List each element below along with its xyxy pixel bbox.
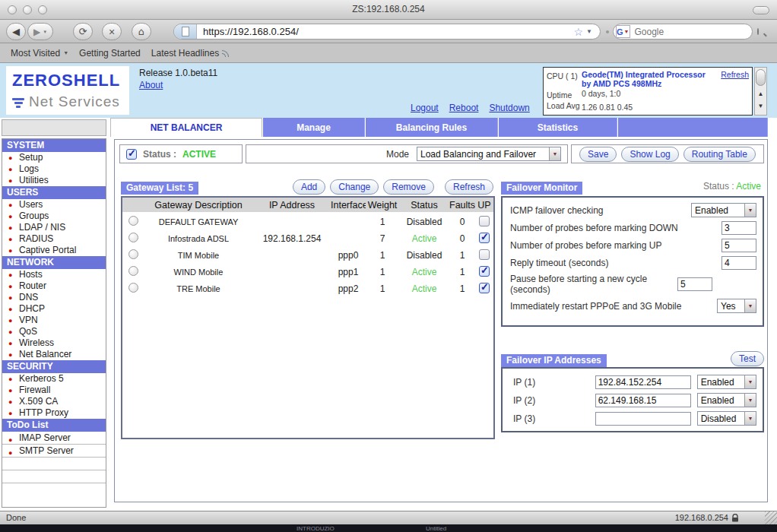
gateway-description: DEFAULT GATEWAY [144,217,253,226]
home-button[interactable]: ⌂ [132,23,151,40]
routing-table-button[interactable]: Routing Table [683,147,756,162]
save-button[interactable]: Save [579,147,617,162]
sidebar-item-qos[interactable]: QoS [2,326,106,337]
scroll-up-icon[interactable]: ▲ [755,90,766,97]
sidebar-item-router[interactable]: Router [2,280,106,292]
gateway-radio[interactable] [128,283,138,293]
gateway-radio[interactable] [128,266,138,276]
url-dropdown-icon[interactable]: ▼ [586,28,592,35]
resize-grip[interactable] [765,511,777,525]
reload-button[interactable]: ⟳ [73,23,93,40]
bookmark-label: Getting Started [79,48,141,59]
scrollbar-thumb[interactable] [756,69,766,86]
restart-pppoe-select[interactable]: Yes▼ [717,299,756,313]
ip2-state-select[interactable]: Enabled▼ [697,393,756,407]
fm-status-value: Active [736,181,761,192]
search-engine-icon[interactable]: G▼ [616,25,630,38]
probes-down-input[interactable] [722,221,756,235]
sidebar-item-wireless[interactable]: Wireless [2,337,106,349]
sidebar-item-kerberos5[interactable]: Kerberos 5 [2,373,106,385]
bookmark-most-visited[interactable]: Most Visited▼ [11,48,68,59]
tab-net-balancer[interactable]: NET BALANCER [110,118,262,137]
shutdown-link[interactable]: Shutdown [489,103,529,113]
back-button[interactable]: ◀ [6,23,26,40]
remove-button[interactable]: Remove [383,179,434,195]
sidebar-item-users[interactable]: Users [2,199,106,211]
bookmark-latest-headlines[interactable]: Latest Headlines [151,48,230,59]
gateway-ip: 192.168.1.254 [253,233,331,244]
sidebar-item-http-proxy[interactable]: HTTP Proxy [2,407,106,419]
forward-button[interactable]: ▶▼ [27,23,53,40]
reboot-link[interactable]: Reboot [449,103,479,113]
sidebar-item-net-balancer[interactable]: Net Balancer [2,349,106,360]
stop-button[interactable]: × [102,23,122,40]
gateway-up-checkbox[interactable] [479,283,490,293]
refresh-button[interactable]: Refresh [445,179,493,195]
gateway-radio[interactable] [128,249,138,259]
ip2-label: IP (2) [513,395,595,406]
sidebar-item-firewall[interactable]: Firewall [2,385,106,396]
sidebar-item-dns[interactable]: DNS [2,292,106,303]
col-weight: Weight [366,200,399,211]
tab-manage[interactable]: Manage [263,118,365,137]
gateway-radio[interactable] [128,233,138,242]
show-log-button[interactable]: Show Log [621,147,678,162]
sidebar-item-utilities[interactable]: Utilities [2,175,106,186]
balancer-enabled-checkbox[interactable] [126,149,137,160]
gateway-radio[interactable] [128,216,138,226]
icmp-checking-select[interactable]: Enabled▼ [691,203,756,217]
sidebar-item-smtp-server[interactable]: SMTP Server [2,445,106,458]
reply-timeout-input[interactable] [722,256,756,270]
search-icon[interactable] [757,28,759,35]
search-input[interactable] [630,27,757,37]
sidebar-item-ldap-nis[interactable]: LDAP / NIS [2,222,106,233]
zeroshell-banner: ZEROSHELL Net Services Release 1.0.beta1… [0,63,777,118]
sidebar-empty-row [2,470,106,483]
mode-select[interactable]: Load Balancing and Failover ▼ [417,147,561,161]
gateway-up-checkbox[interactable] [479,249,490,260]
logout-link[interactable]: Logout [411,103,439,113]
ip2-input[interactable] [595,394,691,407]
sidebar-item-logs[interactable]: Logs [2,163,106,175]
gateway-list-title: Gateway List: 5 [121,182,198,195]
gateway-up-checkbox[interactable] [479,233,490,243]
gateway-description: Infostrada ADSL [144,234,253,243]
sidebar-item-setup[interactable]: Setup [2,152,106,163]
about-link[interactable]: About [139,80,163,90]
tab-statistics[interactable]: Statistics [499,118,617,137]
test-button[interactable]: Test [731,351,764,366]
bookmark-getting-started[interactable]: Getting Started [79,48,141,59]
probes-up-input[interactable] [722,239,756,252]
table-row: DEFAULT GATEWAY 1 Disabled 0 [122,214,493,230]
sidebar-item-groups[interactable]: Groups [2,211,106,222]
scroll-down-icon[interactable]: ▼ [755,103,766,109]
tab-balancing-rules[interactable]: Balancing Rules [366,118,498,137]
failover-ips-header: Failover IP Addresses Test [501,353,764,368]
sidebar-item-imap-server[interactable]: IMAP Server [2,432,106,445]
sidebar-item-hosts[interactable]: Hosts [2,269,106,280]
pause-cycle-input[interactable] [677,277,712,291]
chevron-down-icon: ▼ [744,394,756,407]
gateway-up-checkbox[interactable] [479,266,490,277]
restart-pppoe-label: Immediately restart PPPoE and 3G Mobile [510,301,717,312]
sidebar-section-system: SYSTEM [2,139,106,152]
ip3-state-select[interactable]: Disabled▼ [697,411,756,426]
release-version: Release 1.0.beta11 [139,68,217,78]
ip1-state-select[interactable]: Enabled▼ [697,375,756,389]
add-button[interactable]: Add [293,179,325,195]
bookmark-star-icon[interactable]: ☆ [574,26,584,38]
sidebar-item-captive-portal[interactable]: Captive Portal [2,245,106,256]
gateway-up-checkbox[interactable] [479,216,490,226]
change-button[interactable]: Change [330,179,379,195]
cpu-refresh-link[interactable]: Refresh [721,70,749,88]
url-input[interactable] [197,26,574,37]
sidebar-item-dhcp[interactable]: DHCP [2,303,106,315]
sidebar-item-radius[interactable]: RADIUS [2,233,106,245]
cpu-box-scrollbar[interactable]: ▲ ▼ [754,67,767,116]
sidebar-item-vpn[interactable]: VPN [2,315,106,326]
sidebar-item-x509-ca[interactable]: X.509 CA [2,396,106,407]
ip1-input[interactable] [595,375,691,389]
ip3-input[interactable] [595,412,691,426]
toolbar-toggle-button[interactable] [753,6,769,14]
gateway-faults: 1 [449,283,475,294]
